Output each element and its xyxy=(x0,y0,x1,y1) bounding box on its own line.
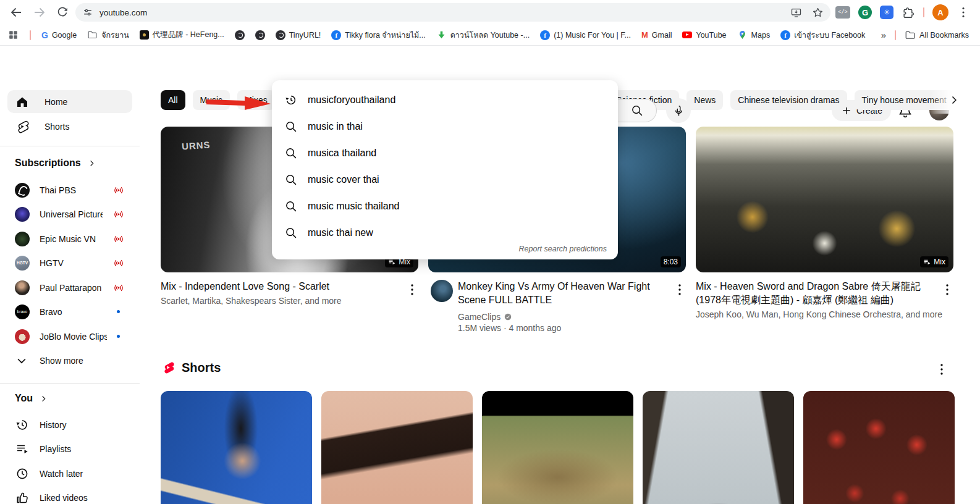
channel-name[interactable]: GameClips xyxy=(458,312,501,322)
shorts-thumbnail-2[interactable] xyxy=(321,391,473,504)
sidebar-channel-hgtv[interactable]: HGTV HGTV xyxy=(0,251,140,275)
video-thumbnail-3[interactable]: Mix xyxy=(696,127,953,272)
video-title[interactable]: Monkey King Vs Army Of Heaven War Fight … xyxy=(458,280,684,307)
chip-chinese-tv-dramas[interactable]: Chinese television dramas xyxy=(730,90,847,110)
annotation-arrow xyxy=(206,95,272,111)
bookmark-folder[interactable]: จักรยาน xyxy=(87,29,129,41)
report-search-predictions-link[interactable]: Report search predictions xyxy=(519,245,607,253)
sidebar-channel-thai-pbs[interactable]: Thai PBS xyxy=(0,178,140,202)
sidebar-channel-joblo[interactable]: JoBlo Movie Clips xyxy=(0,324,140,348)
shorts-thumbnail-3[interactable] xyxy=(482,391,633,504)
sidebar-item-shorts[interactable]: Shorts xyxy=(7,115,132,138)
address-bar[interactable]: youtube.com xyxy=(75,3,830,22)
back-button[interactable] xyxy=(9,5,23,20)
channel-avatar: bravo xyxy=(15,304,30,319)
chevron-right-icon xyxy=(39,394,48,403)
shorts-section-header: Shorts xyxy=(161,360,221,375)
sidebar: Home Shorts Subscriptions Thai PBS Unive… xyxy=(0,83,140,504)
bookmark-music-for-you[interactable]: f(1) Music For You | F... xyxy=(540,30,631,40)
forward-button[interactable] xyxy=(32,5,47,20)
sidebar-item-history[interactable]: History xyxy=(0,413,140,437)
blue-extension-icon[interactable]: ✳ xyxy=(880,6,893,19)
bookmarks-overflow-chevron[interactable]: » xyxy=(881,30,886,40)
video-menu-icon[interactable] xyxy=(940,282,955,297)
apps-grid-icon[interactable] xyxy=(7,29,19,41)
bookmark-tinyurl[interactable]: TinyURL! xyxy=(276,30,321,40)
sidebar-channel-epic-music[interactable]: Epic Music VN xyxy=(0,227,140,251)
bookmark-tikky-flora[interactable]: fTikky flora จำหน่ายไม้... xyxy=(331,29,425,41)
sidebar-channel-bravo[interactable]: bravo Bravo xyxy=(0,300,140,324)
video-meta: 1.5M views · 4 months ago xyxy=(458,323,686,333)
search-icon xyxy=(284,146,298,160)
video-menu-icon[interactable] xyxy=(672,282,687,297)
suggestion-item[interactable]: music cover thai xyxy=(272,166,618,193)
reload-button[interactable] xyxy=(56,6,70,20)
suggestion-item[interactable]: music music thailand xyxy=(272,193,618,219)
sidebar-item-home[interactable]: Home xyxy=(7,90,132,113)
bookmark-maps[interactable]: Maps xyxy=(737,30,771,40)
sidebar-item-liked-videos[interactable]: Liked videos xyxy=(0,485,140,504)
extensions-puzzle-icon[interactable] xyxy=(902,6,915,19)
sidebar-show-more[interactable]: Show more xyxy=(0,348,140,372)
video-card-1[interactable]: Mix - Independent Love Song - Scarlet Sc… xyxy=(161,280,418,306)
bookmark-youtube[interactable]: YouTube xyxy=(682,31,726,40)
bookmark-facebook-login[interactable]: fเข้าสู่ระบบ Facebook xyxy=(780,29,865,41)
suggestion-item[interactable]: musica thailand xyxy=(272,140,618,166)
bookmark-star-icon[interactable] xyxy=(811,6,824,19)
shorts-thumbnail-4[interactable] xyxy=(643,391,794,504)
bookmark-icon-only[interactable] xyxy=(255,30,265,40)
video-byline: Joseph Koo, Wu Man, Hong Kong Chinese Or… xyxy=(696,309,953,319)
grammarly-extension-icon[interactable]: G xyxy=(858,6,872,19)
google-favicon: G xyxy=(41,30,48,40)
code-extension-icon[interactable]: </> xyxy=(835,6,850,19)
video-card-3[interactable]: Mix - Heaven Sword and Dragon Sabre 倚天屠龍… xyxy=(696,280,953,319)
shorts-thumbnail-5[interactable] xyxy=(803,391,955,504)
search-icon xyxy=(284,173,298,187)
bookmark-download-youtube[interactable]: ดาวน์โหลด Youtube -... xyxy=(436,29,530,41)
live-icon xyxy=(112,184,125,196)
home-icon xyxy=(15,94,30,109)
chip-news[interactable]: News xyxy=(686,90,723,110)
sidebar-channel-universal[interactable]: Universal Picture... xyxy=(0,202,140,226)
duration-badge: 8:03 xyxy=(661,256,681,267)
folder-icon xyxy=(905,30,916,41)
url-text[interactable]: youtube.com xyxy=(99,8,147,17)
video-card-2[interactable]: Monkey King Vs Army Of Heaven War Fight … xyxy=(428,280,686,333)
sidebar-item-watch-later[interactable]: Watch later xyxy=(0,461,140,485)
video-menu-icon[interactable] xyxy=(405,282,420,297)
live-icon xyxy=(112,282,125,294)
install-app-icon[interactable] xyxy=(790,6,803,19)
bookmarks-bar: GGoogle จักรยาน 代理品牌 - HeFeng... TinyURL… xyxy=(0,25,980,46)
video-title[interactable]: Mix - Heaven Sword and Dragon Sabre 倚天屠龍… xyxy=(696,280,953,307)
browser-toolbar: youtube.com </> G ✳ A xyxy=(0,0,980,25)
facebook-favicon: f xyxy=(540,30,550,40)
subscriptions-header[interactable]: Subscriptions xyxy=(15,158,96,169)
chevron-down-icon xyxy=(15,354,30,368)
bookmark-gmail[interactable]: MGmail xyxy=(641,30,672,40)
chip-all[interactable]: All xyxy=(161,90,185,110)
shorts-icon xyxy=(15,119,30,134)
bookmark-hefeng[interactable]: 代理品牌 - HeFeng... xyxy=(140,30,224,40)
shorts-thumbnail-1[interactable] xyxy=(161,391,312,504)
browser-menu-icon[interactable] xyxy=(957,6,970,19)
you-header[interactable]: You xyxy=(15,393,48,404)
suggestion-item[interactable]: music in thai xyxy=(272,113,618,140)
site-settings-icon[interactable] xyxy=(82,6,94,19)
channel-avatar[interactable] xyxy=(431,280,453,302)
live-icon xyxy=(112,208,125,220)
suggestion-item[interactable]: musicforyouthailand xyxy=(272,86,618,113)
all-bookmarks-button[interactable]: All Bookmarks xyxy=(905,30,969,41)
browser-profile-avatar[interactable]: A xyxy=(932,4,948,20)
video-title[interactable]: Mix - Independent Love Song - Scarlet xyxy=(161,280,418,293)
search-button[interactable] xyxy=(618,99,657,122)
sidebar-item-playlists[interactable]: Playlists xyxy=(0,437,140,461)
bookmark-google[interactable]: GGoogle xyxy=(41,30,77,40)
sidebar-channel-paul-pattarapon[interactable]: Paul Pattarapon ... xyxy=(0,275,140,300)
suggestion-item[interactable]: music thai new xyxy=(272,219,618,246)
bookmark-icon-only[interactable] xyxy=(235,30,245,40)
youtube-favicon xyxy=(682,32,692,38)
chips-scroll-right-button[interactable] xyxy=(945,91,963,109)
shorts-section-menu-icon[interactable] xyxy=(934,362,949,377)
facebook-favicon: f xyxy=(331,30,341,40)
playlists-icon xyxy=(15,442,30,456)
